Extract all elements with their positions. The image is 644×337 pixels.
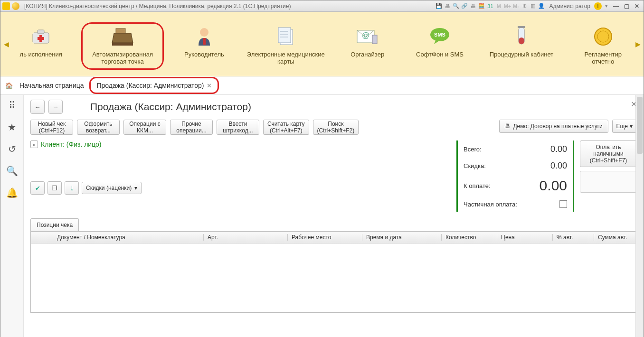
ts-label: Позиции чека xyxy=(37,222,73,228)
kkm-button[interactable]: Операции сККМ... xyxy=(123,120,166,135)
m-icon[interactable]: M xyxy=(495,2,502,10)
email-icon: @ xyxy=(356,25,379,48)
home-icon[interactable]: 🏠 xyxy=(4,82,14,89)
svg-rect-6 xyxy=(112,43,133,46)
return-button[interactable]: Оформитьвозврат... xyxy=(77,120,120,135)
close-button[interactable]: ✕ xyxy=(632,2,642,10)
pay-column: Оплатить наличными (Ctrl+Shift+F7) xyxy=(580,140,637,212)
check-all-button[interactable]: ✔ xyxy=(30,181,45,195)
barcode-button[interactable]: Ввестиштрихкод... xyxy=(217,120,259,135)
grid-icon[interactable]: ⠿ xyxy=(9,100,16,111)
link-icon[interactable]: 🔗 xyxy=(461,2,468,10)
mplus-icon[interactable]: M+ xyxy=(503,2,511,10)
btn-l2: операции... xyxy=(174,127,208,134)
totals-panel: Всего:0.00 Скидка:0.00 К оплате:0.00 Час… xyxy=(456,140,574,212)
btn-l2: (Ctrl+Alt+F7) xyxy=(267,127,305,134)
orb-icon[interactable] xyxy=(12,2,19,10)
tab-positions[interactable]: Позиции чека xyxy=(30,218,79,231)
section-label: Автоматизированная торговая точка xyxy=(83,51,161,65)
tab-label: Начальная страница xyxy=(19,82,84,89)
tab-sale[interactable]: Продажа (Кассир: Администратор) ✕ xyxy=(89,77,219,94)
client-label: Клиент: (Физ. лицо) xyxy=(41,140,101,148)
section-reports[interactable]: Регламентир отчетно xyxy=(571,22,635,70)
discounts-dropdown[interactable]: Скидки (наценки)▾ xyxy=(82,182,142,194)
section-items: ль исполнения Автоматизированная торгова… xyxy=(9,19,635,70)
demo-contract-button[interactable]: 🖶Демо: Договор на платные услуги xyxy=(499,120,608,133)
section-label: Электронные медицинские карты xyxy=(246,51,325,65)
read-card-button[interactable]: Считать карту(Ctrl+Alt+F7) xyxy=(263,120,309,135)
section-scroll-right[interactable]: ▶ xyxy=(635,40,641,48)
section-procedure[interactable]: Процедурный кабинет xyxy=(480,22,562,63)
bell-icon[interactable]: 🔔 xyxy=(6,187,18,198)
btn-l1: Новый чек xyxy=(35,121,69,127)
maximize-button[interactable]: ▢ xyxy=(622,2,631,10)
pay-cash-button[interactable]: Оплатить наличными (Ctrl+Shift+F7) xyxy=(580,140,637,167)
save-icon[interactable]: 💾 xyxy=(435,2,443,10)
th-pct[interactable]: % авт. xyxy=(553,234,594,241)
th-datetime[interactable]: Время и дата xyxy=(362,234,442,241)
section-pos[interactable]: Автоматизированная торговая точка xyxy=(81,22,163,70)
th-art[interactable]: Арт. xyxy=(204,234,288,241)
plus-arrow-icon: ⤓ xyxy=(69,185,75,192)
tab-close-icon[interactable]: ✕ xyxy=(207,82,212,89)
th-qty[interactable]: Количество xyxy=(442,234,497,241)
panel-icon[interactable]: ▥ xyxy=(529,2,537,10)
total-label: Всего: xyxy=(464,146,482,153)
nav-back-button[interactable]: ← xyxy=(30,100,45,114)
other-ops-button[interactable]: Прочиеоперации... xyxy=(170,120,213,135)
svg-rect-4 xyxy=(116,28,125,33)
calc-icon[interactable]: 🧮 xyxy=(478,2,485,10)
discount-value: 0.00 xyxy=(550,161,567,171)
partial-checkbox[interactable] xyxy=(559,200,567,208)
section-manager[interactable]: Руководитель xyxy=(172,22,236,63)
new-check-button[interactable]: Новый чек(Ctrl+F12) xyxy=(30,120,73,135)
section-execution[interactable]: ль исполнения xyxy=(9,22,73,63)
discount-label: Скидка: xyxy=(464,162,486,169)
dropdown-icon[interactable]: ▾ xyxy=(603,2,610,10)
btn-label: Еще xyxy=(616,123,628,130)
pay-placeholder[interactable] xyxy=(580,171,637,193)
th-price[interactable]: Цена xyxy=(497,234,553,241)
add-button[interactable]: ⤓ xyxy=(65,181,79,195)
tab-home[interactable]: Начальная страница xyxy=(14,76,89,94)
section-softphone[interactable]: SMS СофтФон и SMS xyxy=(408,22,472,63)
btn-l1: Оформить xyxy=(81,121,115,127)
star-icon[interactable]: ★ xyxy=(8,122,16,133)
th-sum[interactable]: Сумма авт. xyxy=(594,234,636,241)
info-icon[interactable]: i xyxy=(594,2,602,10)
vertical-scrollbar[interactable] xyxy=(635,95,644,337)
zoom-icon[interactable]: ⊕ xyxy=(521,2,528,10)
th-workplace[interactable]: Рабочее место xyxy=(288,234,362,241)
section-organizer[interactable]: @ Органайзер xyxy=(335,22,399,63)
search-rail-icon[interactable]: 🔍 xyxy=(6,165,18,177)
section-emr[interactable]: Электронные медицинские карты xyxy=(245,22,327,70)
titlebar: [КОПИЯ] Клинико-диагностический центр / … xyxy=(0,0,644,12)
tabstrip: Позиции чека xyxy=(30,218,637,231)
more-button[interactable]: Еще▾ xyxy=(612,120,637,133)
page-title: Продажа (Кассир: Администратор) xyxy=(90,101,251,112)
search-button[interactable]: Поиск(Ctrl+Shift+F2) xyxy=(313,120,359,135)
due-value: 0.00 xyxy=(540,178,567,194)
preview-icon[interactable]: 🔍 xyxy=(452,2,460,10)
minimize-button[interactable]: — xyxy=(611,2,621,10)
copy-icon: ❐ xyxy=(52,185,57,192)
scroll-thumb[interactable] xyxy=(637,97,643,154)
svg-rect-1 xyxy=(38,30,44,34)
th-doc[interactable]: Документ / Номенклатура xyxy=(53,234,204,241)
svg-rect-21 xyxy=(519,37,524,44)
section-bar: ◀ ль исполнения Автоматизированная торго… xyxy=(0,12,644,76)
printer2-icon[interactable]: 🖶 xyxy=(469,2,477,10)
calendar-icon[interactable]: 31 xyxy=(486,2,494,10)
section-scroll-left[interactable]: ◀ xyxy=(3,40,9,48)
client-line[interactable]: ▸ Клиент: (Физ. лицо) xyxy=(30,140,448,148)
print-icon[interactable]: 🖶 xyxy=(444,2,451,10)
btn-l2: ККМ... xyxy=(128,127,162,134)
expand-icon[interactable]: ▸ xyxy=(30,140,38,148)
svg-point-7 xyxy=(200,28,208,37)
btn-l2: (Ctrl+Shift+F2) xyxy=(317,127,355,134)
nav-fwd-button[interactable]: → xyxy=(48,100,63,114)
btn-label: Демо: Договор на платные услуги xyxy=(513,123,602,130)
history-icon[interactable]: ↺ xyxy=(8,143,16,155)
copy-button[interactable]: ❐ xyxy=(47,181,62,195)
mminus-icon[interactable]: M- xyxy=(512,2,520,10)
